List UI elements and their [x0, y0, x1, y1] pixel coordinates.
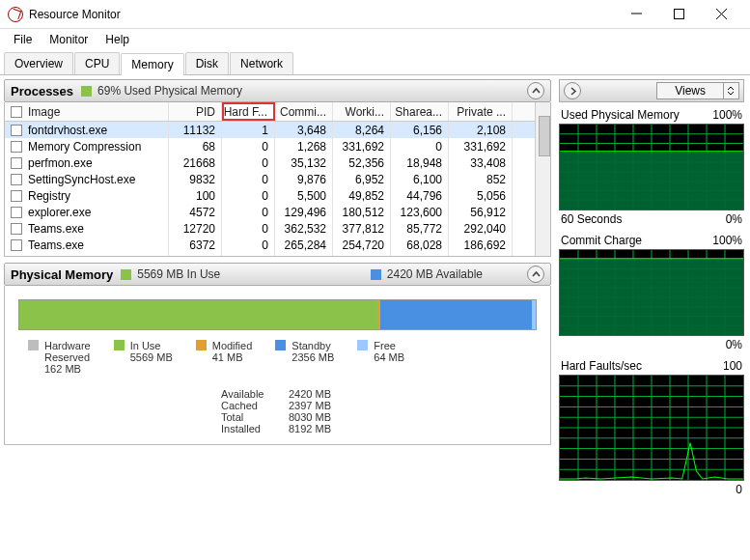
menu-monitor[interactable]: Monitor [42, 31, 96, 48]
table-row[interactable]: SettingSyncHost.exe983209,8766,9526,1008… [5, 171, 550, 187]
row-checkbox[interactable] [11, 157, 22, 169]
tab-cpu[interactable]: CPU [74, 52, 120, 74]
g3-title: Hard Faults/sec [561, 359, 642, 373]
hw-reserved-swatch-icon [28, 340, 39, 350]
g1-xaxis: 60 Seconds [561, 212, 622, 226]
table-row[interactable]: fontdrvhost.exe1113213,6488,2646,1562,10… [5, 122, 550, 138]
table-row[interactable]: Teams.exe127200362,532377,81285,772292,0… [5, 220, 550, 237]
g2-max: 100% [712, 234, 742, 247]
col-hard-faults[interactable]: Hard F... [222, 102, 275, 121]
minimize-button[interactable] [615, 1, 657, 28]
graph-hard-faults [559, 375, 744, 481]
tab-memory[interactable]: Memory [121, 53, 183, 75]
phys-mem-header[interactable]: Physical Memory 5569 MB In Use 2420 MB A… [4, 263, 551, 286]
row-checkbox[interactable] [11, 174, 22, 185]
g1-min: 0% [726, 212, 742, 226]
memory-bar [18, 299, 537, 330]
tab-overview[interactable]: Overview [4, 52, 73, 74]
row-checkbox[interactable] [11, 190, 22, 202]
g1-max: 100% [712, 108, 742, 122]
col-image[interactable]: Image [5, 102, 169, 121]
app-icon [8, 7, 23, 22]
views-dropdown[interactable]: Views [656, 82, 739, 99]
seg-free [532, 300, 536, 329]
table-row[interactable]: perfmon.exe21668035,13252,35618,94833,40… [5, 154, 550, 171]
row-checkbox[interactable] [11, 223, 22, 235]
processes-table: Image PID Hard F... Commi... Worki... Sh… [4, 102, 551, 257]
window-title: Resource Monitor [29, 8, 615, 21]
row-checkbox[interactable] [11, 125, 22, 136]
svg-rect-0 [674, 10, 683, 19]
memory-legend: HardwareReserved162 MB In Use5569 MB Mod… [18, 340, 537, 375]
collapse-processes-button[interactable] [527, 82, 544, 99]
row-checkbox[interactable] [11, 256, 22, 258]
table-row[interactable]: Registry10005,50049,85244,7965,056 [5, 187, 550, 204]
g2-title: Commit Charge [561, 234, 642, 247]
g2-min: 0% [726, 338, 742, 351]
menu-file[interactable]: File [6, 31, 40, 48]
col-private[interactable]: Private ... [449, 102, 513, 121]
select-all-checkbox[interactable] [11, 106, 22, 118]
tab-disk[interactable]: Disk [185, 52, 229, 74]
g3-min: 0 [736, 483, 742, 496]
free-swatch-icon [357, 340, 368, 350]
close-button[interactable] [700, 1, 742, 28]
right-toolbar: Views [559, 79, 744, 102]
phys-mem-body: HardwareReserved162 MB In Use5569 MB Mod… [4, 286, 551, 445]
phys-mem-title: Physical Memory [11, 267, 113, 282]
table-row[interactable]: explorer.exe45720129,496180,512123,60056… [5, 204, 550, 220]
tab-strip: Overview CPU Memory Disk Network [0, 50, 750, 75]
g1-title: Used Physical Memory [561, 108, 680, 122]
processes-header[interactable]: Processes 69% Used Physical Memory [4, 79, 551, 102]
col-pid[interactable]: PID [169, 102, 222, 121]
memory-stats: Available2420 MB Cached2397 MB Total8030… [221, 388, 537, 434]
inuse-swatch-icon [121, 269, 131, 280]
menu-help[interactable]: Help [97, 31, 137, 48]
col-shareable[interactable]: Sharea... [391, 102, 449, 121]
row-checkbox[interactable] [11, 207, 22, 218]
seg-inuse [19, 300, 377, 329]
g3-max: 100 [723, 359, 742, 373]
expand-graphs-button[interactable] [564, 82, 581, 99]
modified-swatch-icon [196, 340, 207, 350]
row-checkbox[interactable] [11, 239, 22, 251]
chevron-down-icon [723, 83, 738, 98]
title-bar: Resource Monitor [0, 0, 750, 29]
table-row[interactable]: Teams.exe63720265,284254,72068,028186,69… [5, 237, 550, 253]
row-checkbox[interactable] [11, 141, 22, 153]
collapse-physmem-button[interactable] [527, 266, 544, 283]
inuse-swatch-icon [114, 340, 125, 350]
col-working[interactable]: Worki... [333, 102, 391, 121]
seg-standby [380, 300, 532, 329]
processes-title: Processes [11, 84, 73, 98]
table-header-row: Image PID Hard F... Commi... Worki... Sh… [5, 102, 550, 122]
table-row[interactable]: Memory Compression6801,268331,6920331,69… [5, 138, 550, 154]
table-row[interactable]: chrome.exe139520172,120224,92068,528156,… [5, 253, 550, 257]
graph-commit-charge [559, 249, 744, 336]
processes-summary: 69% Used Physical Memory [81, 84, 242, 98]
standby-swatch-icon [275, 340, 286, 350]
tab-network[interactable]: Network [230, 52, 293, 74]
table-scrollbar[interactable] [535, 102, 550, 256]
col-commit[interactable]: Commi... [275, 102, 333, 121]
available-swatch-icon [371, 269, 381, 280]
menu-bar: File Monitor Help [0, 29, 750, 50]
maximize-button[interactable] [657, 1, 700, 28]
graph-used-physical-memory [559, 124, 744, 210]
used-memory-swatch-icon [81, 86, 92, 97]
